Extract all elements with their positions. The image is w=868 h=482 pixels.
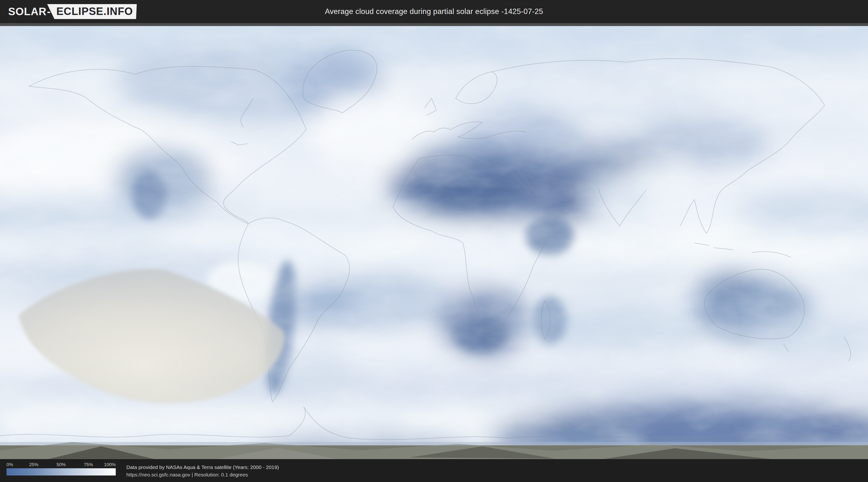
legend-tick: 100%: [104, 462, 116, 467]
top-bar: Average cloud coverage during partial so…: [0, 0, 868, 23]
header-divider: [0, 23, 868, 26]
logo-text-eclipse-info: ECLIPSE.INFO: [47, 4, 137, 19]
logo-text-solar: SOLAR: [8, 5, 46, 18]
legend-tick: 75%: [84, 462, 93, 467]
site-logo[interactable]: SOLAR-ECLIPSE.INFO: [8, 0, 137, 23]
legend-tick: 0%: [6, 462, 13, 467]
legend-tick-labels: 0% 25% 50% 75% 100%: [6, 462, 116, 468]
legend-tick: 50%: [56, 462, 66, 467]
antarctica-nodata-band: [0, 442, 868, 459]
cloud-coverage-legend: 0% 25% 50% 75% 100%: [6, 462, 116, 476]
footer-bar: 0% 25% 50% 75% 100% Data provided by NAS…: [0, 459, 868, 482]
page: { "header": { "logo_prefix": "SOLAR", "l…: [0, 0, 868, 482]
legend-gradient-bar: [6, 468, 116, 476]
attribution-url[interactable]: https://neo.sci.gsfc.nasa.gov | Resoluti…: [126, 471, 279, 478]
world-cloud-coverage-map[interactable]: [0, 26, 868, 459]
data-attribution: Data provided by NASAs Aqua & Terra sate…: [126, 463, 279, 478]
legend-tick: 25%: [29, 462, 38, 467]
attribution-source: Data provided by NASAs Aqua & Terra sate…: [126, 463, 279, 471]
map-canvas: [0, 26, 868, 459]
